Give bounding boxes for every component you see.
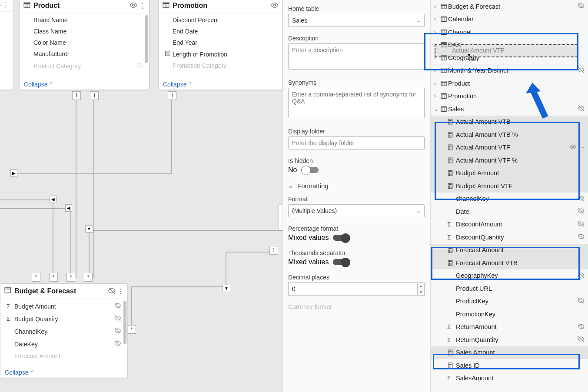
toggle-switch[interactable]	[333, 259, 350, 265]
tree-label: Budget Amount VTF	[456, 183, 585, 189]
decimal-spinner[interactable]: ▲▼	[288, 282, 425, 296]
tree-table-row[interactable]: ⌄ Sales	[431, 103, 588, 116]
table-card-partial[interactable]: ◉ ⋮	[0, 0, 13, 90]
field-row[interactable]: Brand Name	[20, 14, 149, 26]
is-hidden-toggle[interactable]: No	[288, 166, 425, 174]
display-folder-input[interactable]	[288, 136, 425, 149]
toggle-switch[interactable]	[301, 167, 319, 173]
filter-arrow[interactable]: ◀	[65, 204, 72, 212]
tree-table-row[interactable]: › Month & Year Distinct	[431, 64, 588, 77]
mouse-cursor: ↖⧉	[467, 51, 476, 61]
more-icon[interactable]: ⋯	[578, 144, 585, 151]
tree-field-row[interactable]: ProductKey	[431, 295, 588, 308]
synonyms-input[interactable]	[288, 88, 425, 118]
diagram-canvas[interactable]: 1 1 1 1 * * * * * ▶ ◀ ◀ ▼ ▼ Product ⋮ Br…	[0, 0, 282, 392]
decimal-input[interactable]	[288, 282, 418, 296]
tree-field-row[interactable]: Product URL	[431, 282, 588, 295]
expand-icon[interactable]: ›	[434, 80, 439, 86]
visibility-icon[interactable]: ◉	[0, 1, 1, 9]
tree-field-row[interactable]: Forecast Amount	[431, 244, 588, 257]
expand-icon[interactable]: ›	[434, 29, 439, 35]
percentage-toggle[interactable]: Mixed values	[288, 234, 425, 242]
tree-field-row[interactable]: Σ SalesAmount	[431, 372, 588, 385]
field-row[interactable]: ΣBudget Quantity	[0, 312, 127, 325]
field-row[interactable]: Color Name	[20, 37, 149, 48]
tree-table-row[interactable]: › Channel	[431, 26, 588, 39]
field-row[interactable]: End Year	[159, 37, 282, 48]
table-card-product[interactable]: Product ⋮ Brand Name Class Name Color Na…	[19, 0, 149, 90]
visibility-icon[interactable]	[128, 1, 137, 10]
tree-field-row[interactable]: Actual Amount VTF %	[431, 154, 588, 167]
more-icon[interactable]: ⋮	[117, 287, 124, 295]
formatting-section[interactable]: ⌄ Formatting	[288, 182, 425, 189]
expand-icon[interactable]: ›	[434, 42, 439, 48]
filter-arrow[interactable]: ▼	[85, 225, 93, 233]
scrollbar-thumb[interactable]	[123, 301, 126, 344]
tree-field-row[interactable]: Date	[431, 205, 588, 218]
more-icon[interactable]: ⋮	[139, 2, 146, 10]
tree-field-row[interactable]: Budget Amount VTF	[431, 179, 588, 193]
table-card-promotion[interactable]: Promotion Discount Percent End Date End …	[158, 0, 282, 90]
field-row[interactable]: Length of Promotion	[159, 48, 282, 60]
tree-field-row[interactable]: Σ ReturnAmount	[431, 321, 588, 334]
tree-table-row[interactable]: › Promotion	[431, 90, 588, 103]
tree-field-row[interactable]: Σ DiscountAmount	[431, 218, 588, 231]
tree-field-row[interactable]: Actual Amount VTF ⋯	[431, 141, 588, 154]
tree-field-row[interactable]: Budget Amount	[431, 167, 588, 180]
tree-field-row[interactable]: Sales ID	[431, 359, 588, 372]
visibility-icon[interactable]	[569, 143, 576, 152]
field-row[interactable]: End Date	[159, 26, 282, 37]
expand-icon[interactable]: ›	[434, 55, 439, 61]
fields-tree[interactable]: › Budget & Forecast › Calendar › Channel…	[430, 0, 588, 392]
scrollbar-thumb[interactable]	[145, 15, 148, 63]
expand-icon[interactable]: ›	[434, 67, 439, 73]
field-row[interactable]: Class Name	[20, 26, 149, 37]
svg-point-70	[451, 135, 452, 136]
field-row[interactable]: Forecast Amount	[0, 350, 127, 362]
field-row[interactable]: ChannelKey	[0, 325, 127, 338]
hidden-icon[interactable]	[106, 287, 116, 296]
format-select[interactable]: (Multiple Values) ⌄	[288, 204, 425, 217]
field-row[interactable]: Product Category	[20, 60, 149, 72]
expand-icon[interactable]: ›	[434, 93, 439, 99]
svg-point-79	[572, 146, 574, 148]
tree-field-row[interactable]: Forecast Amount VTB	[431, 256, 588, 269]
hidden-icon	[114, 315, 121, 323]
expand-icon[interactable]: ⌄	[434, 106, 439, 112]
tree-field-row[interactable]: Σ ReturnQuantity	[431, 333, 588, 346]
home-table-select[interactable]: Sales ⌄	[288, 14, 425, 27]
tree-field-row[interactable]: Actual Amount VTB %	[431, 128, 588, 141]
expand-icon[interactable]: ›	[434, 16, 439, 22]
collapse-button[interactable]: Collapse⌃	[159, 79, 282, 90]
visibility-icon[interactable]	[269, 1, 279, 10]
more-icon[interactable]: ⋮	[3, 1, 9, 9]
tree-field-row[interactable]: Σ DiscountQuantity	[431, 231, 588, 244]
filter-arrow[interactable]: ▼	[223, 285, 230, 292]
thousands-toggle[interactable]: Mixed values	[288, 258, 425, 266]
field-row[interactable]: DateKey	[0, 338, 127, 350]
tree-table-row[interactable]: › Product	[431, 77, 588, 90]
tree-field-row[interactable]: Actual Amount VTB	[431, 116, 588, 129]
svg-point-104	[449, 250, 450, 251]
spinner-down[interactable]: ▼	[418, 289, 424, 295]
table-card-budget[interactable]: Budget & Forecast ⋮ ΣBudget Amount ΣBudg…	[0, 283, 128, 378]
expand-icon[interactable]: ›	[434, 3, 439, 10]
tree-field-row[interactable]: channelKey	[431, 193, 588, 206]
field-row[interactable]: ΣBudget Amount	[0, 300, 127, 312]
description-input[interactable]	[288, 43, 425, 70]
spinner-up[interactable]: ▲	[418, 283, 424, 289]
tree-table-row[interactable]: › Budget & Forecast	[431, 0, 588, 13]
field-row[interactable]: Discount Percent	[159, 14, 282, 26]
svg-point-66	[451, 123, 452, 124]
filter-arrow[interactable]: ◀	[50, 196, 56, 203]
tree-table-row[interactable]: › Calendar	[431, 13, 588, 26]
collapse-button[interactable]: Collapse⌃	[0, 367, 127, 378]
field-row[interactable]: Manufacturer	[20, 48, 149, 60]
filter-arrow[interactable]: ▶	[10, 169, 17, 177]
toggle-switch[interactable]	[333, 235, 350, 241]
tree-field-row[interactable]: Sales Amount	[431, 346, 588, 359]
tree-field-row[interactable]: GeographyKey	[431, 269, 588, 282]
collapse-button[interactable]: Collapse⌃	[20, 79, 149, 90]
field-row[interactable]: Promotion Category	[159, 60, 282, 71]
tree-field-row[interactable]: PromotionKey	[431, 308, 588, 321]
